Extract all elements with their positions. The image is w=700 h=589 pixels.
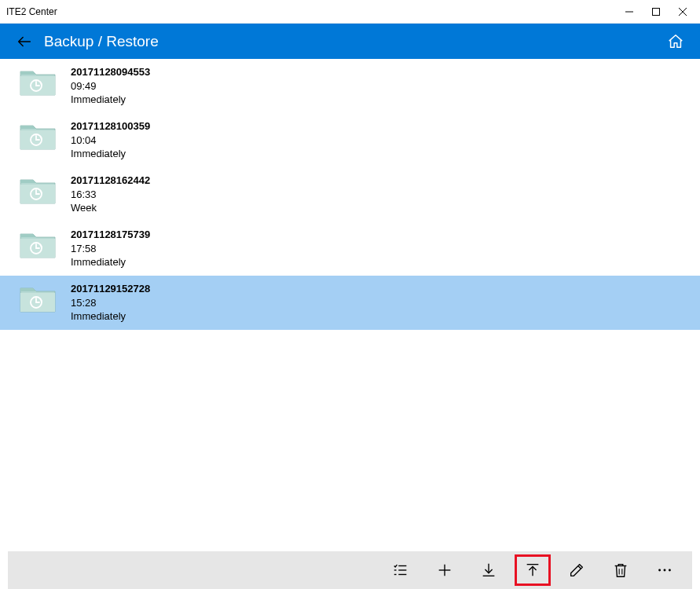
backup-name: 20171128162442 (71, 174, 150, 188)
dots-icon (656, 562, 673, 579)
edit-button[interactable] (559, 554, 595, 586)
backup-type: Week (71, 201, 150, 215)
list-button[interactable] (383, 554, 419, 586)
delete-button[interactable] (603, 554, 639, 586)
home-button[interactable] (664, 30, 687, 53)
backup-name: 20171129152728 (71, 283, 150, 296)
list-icon (392, 562, 409, 579)
maximize-button[interactable] (650, 5, 662, 18)
backup-info: 20171128175739 17:58 Immediately (71, 228, 150, 269)
backup-folder-icon (19, 121, 57, 152)
backup-folder-icon (19, 229, 57, 261)
window-title: ITE2 Center (6, 6, 623, 17)
bottom-toolbar (8, 551, 692, 589)
app-header: Backup / Restore (0, 24, 700, 59)
backup-name: 20171128100359 (71, 120, 150, 134)
window-titlebar: ITE2 Center (0, 0, 700, 24)
backup-type: Immediately (71, 255, 150, 269)
backup-type: Immediately (71, 309, 150, 324)
home-icon (667, 33, 684, 50)
backup-time: 17:58 (71, 242, 150, 256)
backup-type: Immediately (71, 147, 150, 161)
backup-time: 16:33 (71, 188, 150, 202)
backup-folder-icon (19, 284, 57, 315)
backup-row[interactable]: 20171128100359 10:04 Immediately (0, 113, 700, 167)
backup-info: 20171128162442 16:33 Week (71, 174, 150, 215)
backup-time: 09:49 (71, 79, 150, 93)
window-controls (623, 5, 694, 18)
more-button[interactable] (647, 554, 683, 586)
backup-row[interactable]: 20171129152728 15:28 Immediately (0, 276, 700, 330)
page-title: Backup / Restore (44, 33, 664, 50)
backup-info: 20171128100359 10:04 Immediately (71, 119, 150, 161)
backup-list: 20171128094553 09:49 Immediately 2017112… (0, 59, 700, 551)
backup-type: Immediately (71, 93, 150, 107)
backup-row[interactable]: 20171128175739 17:58 Immediately (0, 221, 700, 276)
backup-info: 20171128094553 09:49 Immediately (71, 65, 150, 107)
minimize-button[interactable] (623, 5, 636, 18)
close-button[interactable] (676, 5, 689, 18)
pencil-icon (568, 562, 585, 579)
download-icon (480, 562, 497, 579)
backup-folder-icon (19, 67, 57, 98)
backup-time: 10:04 (71, 134, 150, 148)
backup-row[interactable]: 20171128094553 09:49 Immediately (0, 59, 700, 113)
download-button[interactable] (471, 554, 507, 586)
backup-folder-icon (19, 175, 57, 207)
trash-icon (612, 562, 629, 579)
backup-row[interactable]: 20171128162442 16:33 Week (0, 167, 700, 221)
backup-name: 20171128094553 (71, 66, 150, 79)
arrow-left-icon (16, 33, 33, 50)
svg-rect-1 (653, 8, 660, 15)
add-button[interactable] (427, 554, 463, 586)
backup-info: 20171129152728 15:28 Immediately (71, 282, 150, 324)
plus-icon (436, 562, 453, 579)
upload-button[interactable] (515, 554, 551, 586)
backup-name: 20171128175739 (71, 229, 150, 242)
upload-icon (524, 562, 541, 579)
backup-time: 15:28 (71, 296, 150, 310)
back-button[interactable] (13, 30, 36, 53)
